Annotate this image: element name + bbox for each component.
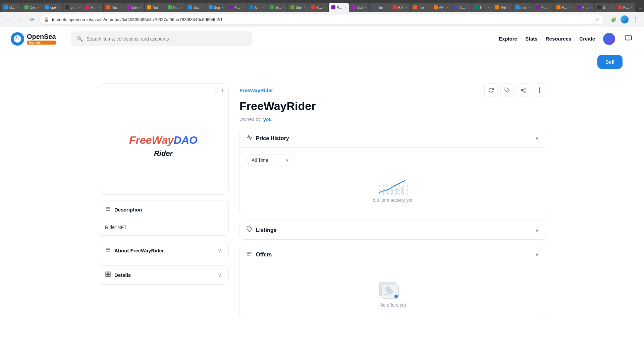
collection-link[interactable]: FreeWayRider: [239, 87, 273, 93]
tab-har[interactable]: Har×: [370, 3, 390, 12]
tab-poly3[interactable]: Poly×: [574, 3, 594, 12]
tab-using[interactable]: Usin×: [247, 3, 267, 12]
description-icon: [105, 206, 111, 214]
tab-fx[interactable]: F X×: [390, 3, 410, 12]
search-icon: 🔍: [76, 36, 83, 42]
search-input[interactable]: [87, 36, 246, 42]
refresh-button[interactable]: [484, 83, 498, 97]
description-body: Rider NFT: [98, 219, 228, 235]
tab-bar[interactable]: Ope× Cre× ope× github free× Flee× Hac× D…: [0, 0, 644, 12]
forward-button[interactable]: →: [16, 14, 25, 24]
svg-point-43: [407, 185, 408, 187]
listings-icon: [247, 226, 253, 234]
wallet-button[interactable]: [623, 33, 633, 45]
app-header: OpenSea Testnets 🔍 Explore Stats Resourc…: [0, 27, 644, 51]
heart-icon: ♡: [215, 88, 219, 93]
listings-header[interactable]: Listings ∨: [240, 221, 546, 239]
nav-create[interactable]: Create: [579, 36, 595, 42]
nft-title-blue: DAO: [174, 134, 198, 146]
tab-ride[interactable]: ride×: [411, 3, 431, 12]
tab-api[interactable]: API×: [431, 3, 451, 12]
time-filter-dropdown[interactable]: All Time ▾: [247, 155, 293, 166]
tab-gho[interactable]: Gho×: [595, 3, 615, 12]
tab-sup2[interactable]: Sup×: [206, 3, 226, 12]
tab-nft[interactable]: NFT×: [165, 3, 185, 12]
offers-header[interactable]: Offers ∧: [240, 245, 546, 264]
price-history-chevron-icon: ∧: [535, 135, 539, 141]
new-tab-button[interactable]: +: [636, 5, 644, 12]
filter-label: All Time: [252, 158, 283, 163]
price-history-section: Price History ∧ All Time ▾: [239, 129, 546, 215]
description-accordion-header[interactable]: Description: [98, 200, 228, 219]
tab-spa[interactable]: Spa×: [349, 3, 369, 12]
nav-resources[interactable]: Resources: [546, 36, 572, 42]
bookmark-icon[interactable]: ☆: [595, 17, 600, 22]
address-bar[interactable]: 🔒 testnets.opensea.io/assets/mumbai/0xf4…: [39, 14, 604, 25]
tab-how[interactable]: How×: [472, 3, 492, 12]
nav-stats[interactable]: Stats: [525, 36, 538, 42]
favorite-button[interactable]: ♡ 0: [215, 88, 223, 93]
tab-poly-active[interactable]: Poly×: [329, 3, 349, 12]
extensions-button[interactable]: 🧩: [609, 15, 618, 23]
reload-button[interactable]: ⟳: [28, 14, 37, 25]
share-button[interactable]: [517, 83, 530, 97]
tab-flee[interactable]: Flee×: [83, 3, 103, 12]
price-history-body: All Time ▾: [240, 147, 546, 215]
tab-rea[interactable]: Rea×: [308, 3, 328, 12]
tab-figm[interactable]: Figm×: [554, 3, 574, 12]
sell-button[interactable]: Sell: [597, 55, 623, 69]
svg-point-27: [407, 193, 408, 195]
sell-bar: Sell: [0, 51, 644, 73]
tab-site[interactable]: Site×: [288, 3, 308, 12]
offers-section: Offers ∧: [239, 245, 546, 320]
svg-line-16: [523, 89, 524, 90]
about-accordion-header[interactable]: About FreeWayRider ∨: [98, 241, 228, 260]
nft-name: FreeWayRider: [239, 100, 546, 113]
tab-dev[interactable]: Dev×: [124, 3, 144, 12]
user-avatar[interactable]: [603, 33, 615, 45]
tab-cre[interactable]: Cre×: [22, 3, 42, 12]
nft-image: FreeWay DAO Rider: [98, 97, 228, 194]
nav-explore[interactable]: Explore: [499, 36, 517, 42]
tab-met[interactable]: Met×: [492, 3, 513, 12]
svg-point-56: [387, 289, 393, 294]
nft-subtitle: Rider: [154, 149, 173, 158]
details-icon: [105, 271, 111, 279]
tab-poly1[interactable]: Poly×: [226, 3, 247, 12]
collection-row: FreeWayRider: [239, 83, 546, 97]
owned-by-label: Owned by: [239, 117, 261, 122]
chart-placeholder-icon: [376, 174, 410, 197]
about-icon: [105, 247, 111, 254]
more-options-button[interactable]: [533, 83, 546, 97]
no-activity-text: No item activity yet: [373, 197, 412, 203]
svg-rect-48: [401, 187, 403, 194]
svg-point-57: [394, 295, 398, 298]
logo-area[interactable]: OpenSea Testnets: [11, 32, 56, 46]
svg-point-42: [403, 185, 404, 187]
tag-button[interactable]: [500, 83, 514, 97]
tab-open[interactable]: Ope×: [1, 3, 21, 12]
listings-chevron-icon: ∨: [535, 227, 539, 233]
tab-github[interactable]: github free×: [63, 3, 83, 12]
tab-inte[interactable]: inte×: [513, 3, 533, 12]
svg-point-37: [383, 185, 384, 187]
tab-hac[interactable]: Hac×: [104, 3, 124, 12]
svg-point-32: [395, 189, 396, 191]
svg-point-41: [399, 185, 400, 187]
tab-et[interactable]: @et×: [267, 3, 287, 12]
tab-ope2[interactable]: ope×: [42, 3, 62, 12]
tab-not[interactable]: Not×: [145, 3, 165, 12]
svg-point-18: [539, 89, 540, 91]
price-history-header[interactable]: Price History ∧: [240, 129, 546, 147]
owner-link[interactable]: you: [263, 117, 272, 122]
profile-button[interactable]: [619, 14, 630, 25]
svg-point-12: [524, 88, 525, 89]
details-accordion-header[interactable]: Details ∨: [98, 266, 228, 284]
tab-sup1[interactable]: Sup×: [185, 3, 206, 12]
tab-rem[interactable]: Rem×: [615, 3, 635, 12]
back-button[interactable]: ←: [4, 14, 13, 24]
logo-text: OpenSea: [27, 33, 56, 41]
tab-alch[interactable]: Alch×: [451, 3, 472, 12]
search-bar[interactable]: 🔍: [71, 32, 252, 46]
tab-poly2[interactable]: Poly×: [533, 3, 553, 12]
